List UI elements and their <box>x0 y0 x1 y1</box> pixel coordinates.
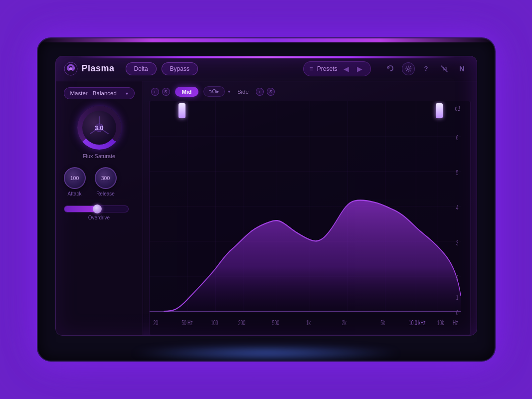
eq-tab-icons-left: i S <box>151 88 170 96</box>
side-label: Side <box>237 89 249 95</box>
eq-tab-icons-right: i S <box>256 88 275 96</box>
svg-text:5: 5 <box>456 169 458 177</box>
release-label: Release <box>96 191 115 197</box>
logo-area: Plasma <box>64 62 115 76</box>
settings-icon[interactable] <box>402 62 415 75</box>
eq-info-icon-2[interactable]: i <box>256 88 264 96</box>
svg-text:50 Hz: 50 Hz <box>181 319 192 327</box>
eq-handle-left[interactable] <box>178 103 185 118</box>
header-controls: ? N <box>384 62 469 75</box>
release-value: 300 <box>101 175 110 181</box>
attack-value: 100 <box>70 175 79 181</box>
svg-text:200: 200 <box>238 319 245 327</box>
mute-icon[interactable] <box>438 62 451 75</box>
svg-text:2k: 2k <box>342 319 346 327</box>
attack-label: Attack <box>68 191 82 197</box>
dropdown-arrow-icon: ▾ <box>126 91 128 96</box>
delta-button[interactable]: Delta <box>126 62 157 75</box>
svg-text:500: 500 <box>272 319 279 327</box>
help-icon[interactable]: ? <box>420 62 433 75</box>
eq-grid[interactable]: dB 6 5 4 3 2 1 0 20 50 Hz 100 200 <box>149 101 471 335</box>
svg-text:10.0 kHz: 10.0 kHz <box>409 319 426 327</box>
preset-prev-button[interactable]: ◀ <box>342 64 351 74</box>
eq-panel: i S Mid ↄO▸ ▾ Side i <box>143 81 477 335</box>
preset-name: Master - Balanced <box>70 90 117 96</box>
svg-text:4: 4 <box>456 203 458 211</box>
svg-text:10k: 10k <box>437 319 444 327</box>
slider-thumb[interactable] <box>93 204 102 213</box>
device-frame: Plasma Delta Bypass ≡ Presets ◀ ▶ <box>37 37 496 362</box>
channel-button[interactable]: ↄO▸ <box>203 86 225 97</box>
presets-label: Presets <box>317 65 338 72</box>
bypass-button[interactable]: Bypass <box>162 62 198 75</box>
eq-tabs-row: i S Mid ↄO▸ ▾ Side i <box>149 86 471 97</box>
svg-text:2: 2 <box>456 273 458 281</box>
main-content: Master - Balanced ▾ <box>56 81 477 335</box>
svg-text:6: 6 <box>456 134 458 142</box>
left-panel: Master - Balanced ▾ <box>56 81 143 335</box>
app-title: Plasma <box>82 63 115 74</box>
eq-handle-right[interactable] <box>436 103 443 118</box>
svg-text:20: 20 <box>153 319 158 327</box>
undo-icon[interactable] <box>384 62 397 75</box>
svg-text:5k: 5k <box>380 319 385 327</box>
flux-saturate-section: 3.0 Flux Saturate <box>64 105 135 159</box>
presets-list-icon: ≡ <box>310 65 313 72</box>
knob-outer-ring: 3.0 <box>77 106 121 150</box>
channel-arrow-icon[interactable]: ▾ <box>228 89 230 94</box>
overdrive-section: Overdrive <box>64 205 135 220</box>
svg-text:Hz: Hz <box>453 319 458 327</box>
svg-text:dB: dB <box>455 104 460 112</box>
eq-info-icon-1[interactable]: i <box>151 88 159 96</box>
mid-tab[interactable]: Mid <box>175 87 199 97</box>
release-knob[interactable]: 300 <box>95 167 117 189</box>
eq-s-icon-1[interactable]: S <box>162 88 170 96</box>
preset-next-button[interactable]: ▶ <box>355 64 364 74</box>
svg-text:0: 0 <box>456 309 458 317</box>
channel-selector[interactable]: ↄO▸ ▾ <box>203 86 230 97</box>
plasma-logo-icon <box>64 62 78 76</box>
eq-s-icon-2[interactable]: S <box>267 88 275 96</box>
logo-n-icon: N <box>456 62 469 75</box>
eq-display-svg: dB 6 5 4 3 2 1 0 20 50 Hz 100 200 <box>150 101 470 335</box>
svg-text:100: 100 <box>210 319 217 327</box>
knob-value: 3.0 <box>94 124 103 132</box>
plugin-container: Plasma Delta Bypass ≡ Presets ◀ ▶ <box>55 56 477 336</box>
overdrive-slider[interactable] <box>64 205 129 212</box>
release-group: 300 Release <box>95 167 117 197</box>
flux-saturate-knob[interactable]: 3.0 <box>77 105 122 150</box>
presets-area[interactable]: ≡ Presets ◀ ▶ <box>303 61 371 76</box>
overdrive-label: Overdrive <box>64 215 135 220</box>
svg-point-1 <box>69 67 72 70</box>
preset-selector[interactable]: Master - Balanced ▾ <box>64 87 135 99</box>
header: Plasma Delta Bypass ≡ Presets ◀ ▶ <box>56 56 477 81</box>
svg-text:3: 3 <box>456 238 458 246</box>
attack-knob[interactable]: 100 <box>64 167 86 189</box>
svg-text:1k: 1k <box>306 319 310 327</box>
knob-inner: 3.0 <box>82 111 116 145</box>
attack-group: 100 Attack <box>64 167 86 197</box>
svg-text:1: 1 <box>456 293 458 301</box>
knob-label: Flux Saturate <box>83 153 115 159</box>
small-knobs-row: 100 Attack 300 Release <box>64 167 135 197</box>
svg-point-2 <box>407 68 409 70</box>
